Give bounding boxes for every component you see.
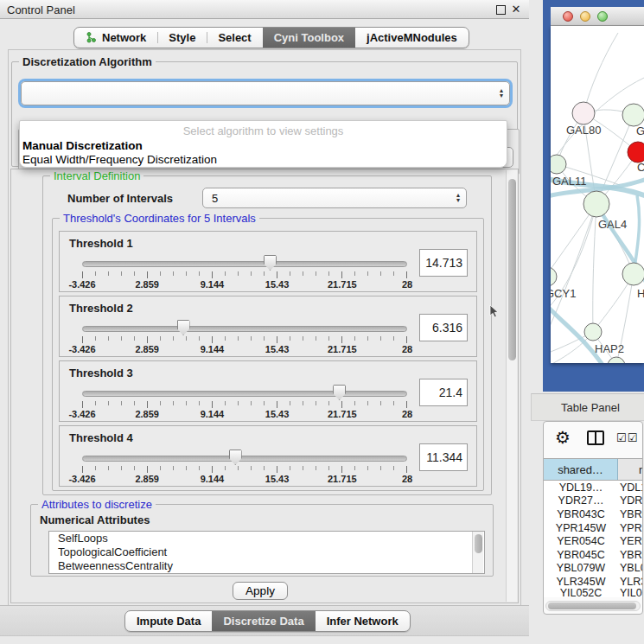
node-label: GAL4 [598, 218, 627, 231]
table-panel-toolbar: ⚙ ☑☑ [544, 422, 642, 458]
node-red-selected [628, 142, 644, 163]
num-intervals-label: Number of Intervals [67, 192, 173, 205]
num-intervals-combobox[interactable]: 5 ▴▾ [202, 188, 467, 208]
scrollbar-thumb[interactable] [508, 179, 516, 360]
columns-icon[interactable] [587, 430, 604, 445]
node-gal11 [551, 155, 566, 174]
table-row[interactable]: YDL19…YDL1 [544, 481, 643, 494]
table-row[interactable]: YPR145WYPR1 [544, 521, 643, 535]
table-row[interactable]: YLR345WYLR3 [544, 575, 643, 589]
threshold-2-slider[interactable]: -3.4262.8599.14415.4321.71528 [82, 321, 407, 355]
list-scrollbar[interactable] [472, 532, 483, 573]
tab-cyni-toolbox[interactable]: Cyni Toolbox [263, 28, 355, 48]
threshold-2-value[interactable]: 6.316 [419, 314, 468, 341]
list-item[interactable]: BetweennessCentrality [49, 559, 484, 573]
table-row[interactable]: YBR045CYBR0 [544, 548, 643, 562]
slider-thumb[interactable] [264, 255, 277, 271]
zoom-traffic-light-icon[interactable] [597, 11, 608, 22]
close-icon[interactable]: ✕ [510, 3, 522, 16]
node-label: GAL80 [566, 124, 601, 137]
slider-track[interactable] [82, 326, 407, 332]
table-horizontal-scrollbar[interactable] [545, 601, 641, 611]
select-columns-checkboxes-icon[interactable]: ☑☑ [616, 431, 638, 444]
threshold-4-value[interactable]: 11.344 [419, 443, 468, 471]
node-label-partial: G [636, 124, 644, 137]
option-manual-discretization[interactable]: Manual Discretization [22, 139, 505, 153]
node-label: GAL11 [552, 175, 587, 188]
minimize-traffic-light-icon[interactable] [580, 11, 590, 22]
column-header-name[interactable]: na [618, 459, 643, 480]
panel-title: Control Panel [7, 3, 75, 16]
stepper-icon: ▴▾ [500, 88, 503, 99]
column-header-shared-name[interactable]: shared… [544, 459, 618, 480]
slider-thumb[interactable] [177, 320, 190, 335]
table-row[interactable]: YBL079WYBL0 [544, 562, 643, 576]
tab-network[interactable]: Network [74, 28, 157, 48]
network-canvas[interactable]: GAL80 G C GAL11 GAL4 GCY1 H HAP2 [551, 26, 644, 363]
numerical-attributes-list[interactable]: SelfLoops TopologicalCoefficient Between… [48, 531, 485, 574]
slider-thumb[interactable] [229, 450, 242, 465]
num-intervals-value: 5 [212, 192, 218, 205]
algorithm-dropdown-popup: Select algorithm to view settings Manual… [19, 120, 507, 168]
threshold-1-value[interactable]: 14.713 [419, 249, 468, 277]
interval-definition-group: Interval Definition Number of Intervals … [42, 175, 492, 495]
algorithm-combobox[interactable]: ▴▾ [21, 81, 510, 105]
table-panel-card: ⚙ ☑☑ shared… na YDL19…YDL1 YDR27…YDR2 YB… [543, 421, 643, 615]
threshold-1-slider[interactable]: -3.4262.8599.14415.4321.71528 [82, 256, 407, 290]
mouse-cursor [489, 304, 500, 320]
threshold-1-row: Threshold 1 -3.4262.8599.14415.4321.7152… [59, 231, 477, 292]
threshold-4-slider[interactable]: -3.4262.8599.14415.4321.71528 [82, 450, 407, 485]
threshold-3-slider[interactable]: -3.4262.8599.14415.4321.71528 [82, 386, 407, 420]
option-equal-width-frequency[interactable]: Equal Width/Frequency Discretization [22, 153, 505, 167]
node-table: shared… na YDL19…YDL1 YDR27…YDR2 YBR043C… [544, 458, 643, 598]
attributes-group-title: Attributes to discretize [38, 498, 156, 511]
interval-definition-title: Interval Definition [50, 169, 143, 182]
slider-track[interactable] [82, 456, 407, 462]
thresholds-group-title: Threshold's Coordinates for 5 Intervals [60, 212, 259, 225]
slider-thumb[interactable] [333, 385, 346, 400]
list-item[interactable]: TopologicalCoefficient [49, 545, 484, 559]
table-row[interactable]: YDR27…YDR2 [544, 494, 643, 508]
float-window-icon[interactable] [494, 3, 507, 16]
table-row[interactable]: YBR043CYBR0 [544, 507, 643, 521]
numerical-attributes-heading: Numerical Attributes [40, 513, 150, 526]
node-gal4 [583, 191, 609, 217]
control-panel: Control Panel ✕ Network Style Select Cyn… [0, 0, 529, 644]
tab-jactivemnodules[interactable]: jActiveMNodules [355, 28, 469, 48]
gear-icon[interactable]: ⚙ [555, 428, 571, 447]
slider-track[interactable] [82, 261, 407, 267]
cyni-mode-tabbar: Impute Data Discretize Data Infer Networ… [124, 610, 411, 632]
tab-select[interactable]: Select [207, 28, 262, 48]
table-row[interactable]: YER054CYER0 [544, 534, 643, 548]
table-header-row: shared… na [544, 458, 643, 481]
node-gcy1 [551, 267, 557, 286]
network-icon [86, 32, 97, 43]
close-traffic-light-icon[interactable] [563, 11, 573, 22]
node-hap2 [584, 323, 602, 341]
tab-style[interactable]: Style [157, 28, 207, 48]
discretization-algorithm-title: Discretization Algorithm [19, 55, 156, 68]
threshold-3-value[interactable]: 21.4 [419, 379, 468, 406]
algorithm-hint: Select algorithm to view settings [20, 124, 507, 137]
tab-impute-data[interactable]: Impute Data [125, 611, 212, 631]
table-panel-titlebar: Table Panel [531, 393, 644, 421]
node-label-partial: C [637, 161, 644, 174]
list-item[interactable]: SelfLoops [49, 532, 484, 545]
apply-button[interactable]: Apply [233, 582, 288, 600]
node-label: GCY1 [551, 287, 576, 300]
panel-scrollbar[interactable] [506, 170, 517, 602]
table-row[interactable]: YIL052CYIL0 [544, 589, 643, 597]
thresholds-group: Threshold's Coordinates for 5 Intervals … [52, 218, 484, 491]
scrollbar-thumb[interactable] [548, 603, 636, 609]
tab-discretize-data[interactable]: Discretize Data [212, 611, 315, 631]
settings-scroll-panel: Interval Definition Number of Intervals … [10, 169, 519, 603]
network-window-titlebar [551, 7, 644, 26]
slider-track[interactable] [82, 391, 407, 397]
tab-infer-network[interactable]: Infer Network [316, 611, 410, 631]
table-panel-title: Table Panel [561, 401, 620, 414]
network-view-window[interactable]: GAL80 G C GAL11 GAL4 GCY1 H HAP2 [543, 0, 644, 392]
bottom-tab-band: Impute Data Discretize Data Infer Networ… [0, 605, 529, 636]
node-right-h [622, 263, 644, 285]
threshold-4-row: Threshold 4 -3.4262.8599.14415.4321.7152… [59, 425, 477, 487]
node-gal80 [572, 102, 595, 124]
